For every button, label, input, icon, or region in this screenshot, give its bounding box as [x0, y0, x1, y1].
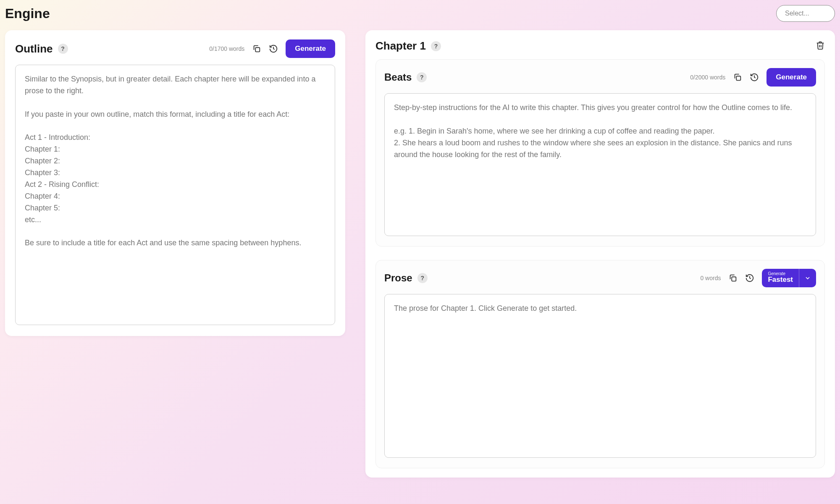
- delete-chapter-icon[interactable]: [816, 41, 825, 52]
- outline-word-count: 0/1700 words: [209, 45, 244, 52]
- svg-rect-1: [737, 76, 741, 80]
- outline-panel: Outline ? 0/1700 words Generate: [5, 30, 345, 336]
- prose-help-icon[interactable]: ?: [417, 273, 428, 283]
- prose-generate-button[interactable]: Generate Fastest: [762, 269, 816, 287]
- outline-help-icon[interactable]: ?: [58, 44, 68, 54]
- copy-icon[interactable]: [728, 273, 738, 283]
- prose-panel: Prose ? 0 words Generate: [375, 260, 825, 468]
- history-icon[interactable]: [269, 44, 278, 53]
- prose-generate-small-label: Generate: [768, 271, 785, 276]
- model-select[interactable]: Select...: [776, 5, 835, 22]
- history-icon[interactable]: [745, 273, 754, 283]
- chapter-title: Chapter 1: [375, 39, 426, 52]
- prose-word-count: 0 words: [700, 275, 721, 281]
- history-icon[interactable]: [750, 73, 759, 82]
- beats-help-icon[interactable]: ?: [417, 72, 427, 82]
- beats-generate-button[interactable]: Generate: [766, 68, 816, 87]
- svg-rect-2: [732, 277, 736, 281]
- beats-title: Beats: [384, 71, 412, 83]
- chevron-down-icon[interactable]: [799, 269, 816, 287]
- beats-textarea[interactable]: [384, 93, 816, 236]
- chapter-help-icon[interactable]: ?: [431, 41, 441, 51]
- svg-rect-0: [256, 47, 260, 52]
- beats-panel: Beats ? 0/2000 words Generate: [375, 59, 825, 247]
- outline-title: Outline: [15, 42, 53, 55]
- prose-generate-big-label: Fastest: [768, 276, 793, 284]
- outline-textarea[interactable]: [15, 65, 335, 325]
- copy-icon[interactable]: [252, 44, 261, 53]
- chapter-panel: Chapter 1 ? Beats ? 0/2000 w: [365, 30, 835, 478]
- copy-icon[interactable]: [733, 73, 742, 82]
- prose-title: Prose: [384, 272, 412, 284]
- outline-generate-button[interactable]: Generate: [286, 39, 335, 58]
- prose-textarea[interactable]: [384, 294, 816, 458]
- page-title: Engine: [5, 6, 50, 21]
- beats-word-count: 0/2000 words: [690, 74, 725, 81]
